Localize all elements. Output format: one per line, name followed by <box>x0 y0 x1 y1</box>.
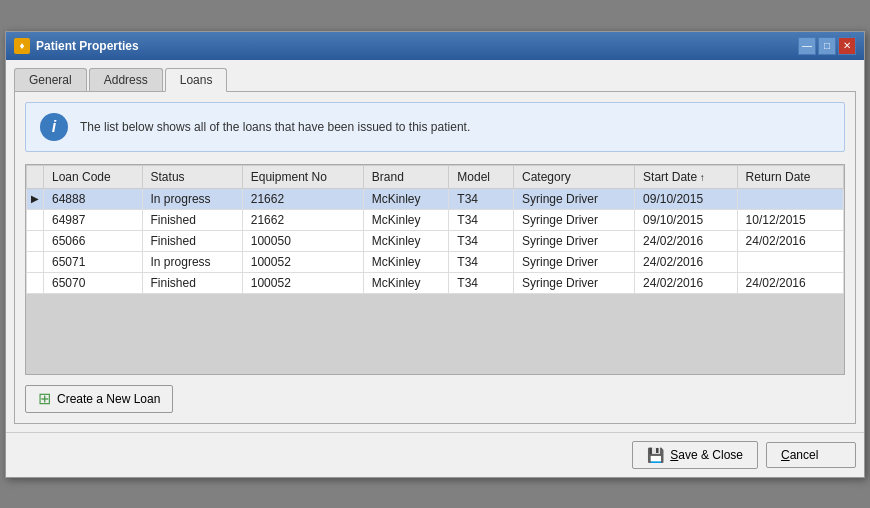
table-header-row: Loan Code Status Equipment No Brand Mode… <box>27 165 844 188</box>
cell-category: Syringe Driver <box>513 251 634 272</box>
col-model[interactable]: Model <box>449 165 514 188</box>
bottom-bar: ⊞ Create a New Loan <box>25 385 845 413</box>
minimize-button[interactable]: — <box>798 37 816 55</box>
cell-category: Syringe Driver <box>513 272 634 293</box>
cell-category: Syringe Driver <box>513 188 634 209</box>
close-button[interactable]: ✕ <box>838 37 856 55</box>
col-status[interactable]: Status <box>142 165 242 188</box>
tab-address[interactable]: Address <box>89 68 163 91</box>
table-row[interactable]: 65071In progress100052McKinleyT34Syringe… <box>27 251 844 272</box>
tab-general[interactable]: General <box>14 68 87 91</box>
cell-equipment-no: 21662 <box>242 188 363 209</box>
col-start-date[interactable]: Start Date <box>635 165 738 188</box>
cell-model: T34 <box>449 230 514 251</box>
row-arrow-cell <box>27 230 44 251</box>
table-row[interactable]: 65070Finished100052McKinleyT34Syringe Dr… <box>27 272 844 293</box>
cell-brand: McKinley <box>363 272 448 293</box>
info-box: i The list below shows all of the loans … <box>25 102 845 152</box>
title-bar-left: ♦ Patient Properties <box>14 38 139 54</box>
save-close-label: Save & Close <box>670 448 743 462</box>
loans-table-container: Loan Code Status Equipment No Brand Mode… <box>25 164 845 375</box>
save-close-button[interactable]: 💾 Save & Close <box>632 441 758 469</box>
title-bar: ♦ Patient Properties — □ ✕ <box>6 32 864 60</box>
cell-return-date: 24/02/2016 <box>737 272 843 293</box>
tab-content-loans: i The list below shows all of the loans … <box>14 92 856 424</box>
table-row[interactable]: 65066Finished100050McKinleyT34Syringe Dr… <box>27 230 844 251</box>
patient-properties-window: ♦ Patient Properties — □ ✕ General Addre… <box>5 31 865 478</box>
floppy-icon: 💾 <box>647 447 664 463</box>
tab-loans[interactable]: Loans <box>165 68 228 92</box>
title-controls: — □ ✕ <box>798 37 856 55</box>
cell-status: Finished <box>142 272 242 293</box>
empty-rows <box>26 294 844 374</box>
table-row[interactable]: 64987Finished21662McKinleyT34Syringe Dri… <box>27 209 844 230</box>
maximize-button[interactable]: □ <box>818 37 836 55</box>
cell-brand: McKinley <box>363 230 448 251</box>
cell-loan-code: 64987 <box>44 209 143 230</box>
window-body: General Address Loans i The list below s… <box>6 60 864 432</box>
footer: 💾 Save & Close Cancel <box>6 432 864 477</box>
cell-equipment-no: 100052 <box>242 272 363 293</box>
cell-status: In progress <box>142 188 242 209</box>
cell-brand: McKinley <box>363 251 448 272</box>
cell-brand: McKinley <box>363 209 448 230</box>
cell-return-date: 10/12/2015 <box>737 209 843 230</box>
cell-equipment-no: 100052 <box>242 251 363 272</box>
row-arrow-cell <box>27 272 44 293</box>
cancel-label: Cancel <box>781 448 818 462</box>
cell-brand: McKinley <box>363 188 448 209</box>
cell-equipment-no: 100050 <box>242 230 363 251</box>
cell-return-date <box>737 251 843 272</box>
cell-start-date: 09/10/2015 <box>635 188 738 209</box>
create-loan-icon: ⊞ <box>38 391 51 407</box>
create-loan-button[interactable]: ⊞ Create a New Loan <box>25 385 173 413</box>
table-row[interactable]: ▶64888In progress21662McKinleyT34Syringe… <box>27 188 844 209</box>
cancel-button[interactable]: Cancel <box>766 442 856 468</box>
cell-loan-code: 65071 <box>44 251 143 272</box>
cell-equipment-no: 21662 <box>242 209 363 230</box>
cell-category: Syringe Driver <box>513 230 634 251</box>
window-title: Patient Properties <box>36 39 139 53</box>
cell-status: Finished <box>142 230 242 251</box>
col-arrow <box>27 165 44 188</box>
col-equipment-no[interactable]: Equipment No <box>242 165 363 188</box>
cell-start-date: 24/02/2016 <box>635 230 738 251</box>
cell-status: Finished <box>142 209 242 230</box>
col-return-date[interactable]: Return Date <box>737 165 843 188</box>
row-arrow-cell: ▶ <box>27 188 44 209</box>
info-text: The list below shows all of the loans th… <box>80 120 470 134</box>
cell-start-date: 09/10/2015 <box>635 209 738 230</box>
cell-loan-code: 64888 <box>44 188 143 209</box>
cell-start-date: 24/02/2016 <box>635 272 738 293</box>
col-loan-code[interactable]: Loan Code <box>44 165 143 188</box>
create-loan-label: Create a New Loan <box>57 392 160 406</box>
info-icon: i <box>40 113 68 141</box>
cell-model: T34 <box>449 209 514 230</box>
table-body: ▶64888In progress21662McKinleyT34Syringe… <box>27 188 844 293</box>
cell-status: In progress <box>142 251 242 272</box>
window-icon: ♦ <box>14 38 30 54</box>
col-brand[interactable]: Brand <box>363 165 448 188</box>
cell-loan-code: 65070 <box>44 272 143 293</box>
cell-loan-code: 65066 <box>44 230 143 251</box>
row-arrow-cell <box>27 251 44 272</box>
cell-model: T34 <box>449 272 514 293</box>
cell-return-date: 24/02/2016 <box>737 230 843 251</box>
cell-return-date <box>737 188 843 209</box>
cell-model: T34 <box>449 188 514 209</box>
row-arrow-cell <box>27 209 44 230</box>
tab-bar: General Address Loans <box>14 68 856 92</box>
col-category[interactable]: Category <box>513 165 634 188</box>
cell-model: T34 <box>449 251 514 272</box>
cell-start-date: 24/02/2016 <box>635 251 738 272</box>
cell-category: Syringe Driver <box>513 209 634 230</box>
loans-table: Loan Code Status Equipment No Brand Mode… <box>26 165 844 294</box>
